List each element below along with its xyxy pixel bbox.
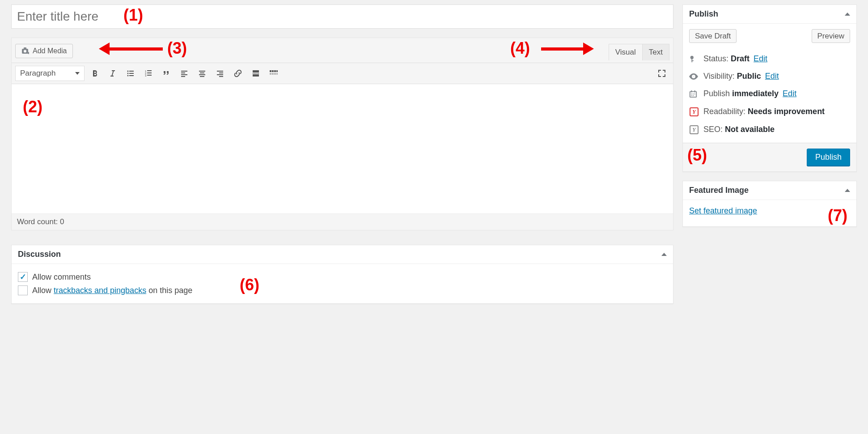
- svg-rect-8: [129, 75, 134, 76]
- trackbacks-link[interactable]: trackbacks and pingbacks: [54, 286, 146, 295]
- svg-point-45: [693, 76, 694, 77]
- allow-trackbacks-label: Allow trackbacks and pingbacks on this p…: [32, 286, 192, 295]
- bullet-list-button[interactable]: [123, 66, 138, 81]
- svg-rect-24: [219, 72, 223, 73]
- svg-rect-49: [691, 94, 692, 94]
- svg-point-5: [127, 73, 129, 74]
- svg-rect-37: [276, 70, 278, 72]
- toolbar-toggle-button[interactable]: [266, 66, 281, 81]
- yoast-seo-icon: Y: [689, 124, 699, 134]
- fullscreen-button[interactable]: [654, 66, 669, 81]
- svg-rect-30: [255, 73, 256, 74]
- svg-rect-52: [691, 95, 692, 96]
- post-title-input[interactable]: [17, 6, 668, 27]
- arrow-4-head: [583, 43, 594, 55]
- svg-rect-53: [693, 95, 694, 96]
- svg-rect-6: [129, 73, 134, 74]
- svg-rect-29: [254, 73, 255, 74]
- svg-rect-39: [272, 73, 274, 75]
- annotation-4: (4): [510, 39, 530, 58]
- align-center-button[interactable]: [195, 66, 210, 81]
- readmore-button[interactable]: [248, 66, 263, 81]
- svg-rect-48: [694, 90, 695, 92]
- seo-row: Y SEO: Not available: [689, 120, 850, 138]
- svg-rect-18: [181, 76, 185, 77]
- allow-trackbacks-checkbox[interactable]: [18, 285, 28, 295]
- svg-rect-12: [147, 72, 152, 73]
- annotation-2: (2): [23, 98, 42, 116]
- preview-button[interactable]: Preview: [812, 29, 850, 43]
- align-right-button[interactable]: [212, 66, 228, 81]
- svg-rect-34: [270, 70, 271, 72]
- bold-button[interactable]: [87, 66, 102, 81]
- svg-rect-50: [693, 94, 694, 94]
- svg-rect-40: [274, 73, 276, 75]
- discussion-heading: Discussion: [18, 250, 61, 259]
- yoast-readability-icon: Y: [689, 106, 699, 116]
- link-button[interactable]: [230, 66, 246, 81]
- svg-rect-19: [199, 71, 205, 72]
- svg-rect-35: [272, 70, 274, 72]
- add-media-button[interactable]: Add Media: [15, 44, 73, 58]
- svg-text:3: 3: [145, 74, 147, 77]
- add-media-label: Add Media: [33, 47, 67, 55]
- svg-rect-28: [253, 73, 254, 74]
- eye-icon: [689, 73, 699, 80]
- svg-rect-4: [129, 71, 134, 72]
- svg-rect-38: [270, 73, 271, 75]
- tab-text[interactable]: Text: [642, 44, 669, 60]
- svg-rect-25: [217, 74, 223, 75]
- svg-rect-44: [691, 60, 694, 61]
- svg-rect-1: [24, 47, 26, 49]
- set-featured-image-link[interactable]: Set featured image: [689, 206, 757, 215]
- featured-image-heading: Featured Image: [689, 186, 749, 195]
- editor-box: Add Media (3) (4) Visual Text Paragraph: [11, 38, 673, 230]
- publish-panel-toggle[interactable]: Publish: [683, 5, 856, 24]
- calendar-icon: [689, 90, 699, 98]
- arrow-3-head: [99, 43, 110, 55]
- svg-rect-32: [258, 73, 259, 74]
- editor-content[interactable]: (2): [12, 84, 673, 214]
- featured-image-panel: Featured Image Set featured image (7): [682, 181, 857, 227]
- discussion-panel-toggle[interactable]: Discussion: [12, 245, 673, 264]
- arrow-3-line: [109, 47, 163, 51]
- publish-panel: Publish Save Draft Preview Status: Draft…: [682, 4, 857, 172]
- svg-rect-16: [181, 72, 185, 73]
- svg-rect-47: [691, 90, 692, 92]
- caret-up-icon: [845, 13, 850, 16]
- svg-point-2: [24, 50, 26, 52]
- svg-rect-36: [274, 70, 276, 72]
- svg-rect-22: [200, 76, 204, 77]
- svg-rect-14: [147, 75, 152, 76]
- schedule-edit-link[interactable]: Edit: [783, 89, 796, 98]
- annotation-5: (5): [687, 146, 707, 165]
- svg-rect-33: [253, 74, 259, 77]
- publish-button[interactable]: Publish: [807, 149, 850, 166]
- svg-rect-17: [181, 74, 187, 75]
- tab-visual[interactable]: Visual: [609, 44, 643, 60]
- svg-rect-21: [199, 74, 205, 75]
- svg-rect-20: [200, 72, 204, 73]
- allow-comments-checkbox[interactable]: [18, 272, 28, 282]
- readability-row: Y Readability: Needs improvement: [689, 102, 850, 120]
- featured-image-toggle[interactable]: Featured Image: [683, 181, 856, 200]
- word-count: Word count: 0: [12, 214, 673, 230]
- visibility-edit-link[interactable]: Edit: [765, 72, 779, 81]
- align-left-button[interactable]: [177, 66, 192, 81]
- camera-icon: [21, 47, 30, 55]
- number-list-button[interactable]: 123: [141, 66, 156, 81]
- svg-rect-31: [257, 73, 258, 74]
- schedule-row: Publish immediately Edit: [689, 85, 850, 102]
- publish-heading: Publish: [689, 9, 718, 19]
- italic-button[interactable]: [105, 66, 120, 81]
- editor-toolbar: Paragraph 123: [12, 63, 673, 84]
- key-icon: [689, 55, 699, 63]
- save-draft-button[interactable]: Save Draft: [689, 29, 737, 43]
- format-dropdown[interactable]: Paragraph: [15, 66, 85, 81]
- post-title-wrap: (1): [11, 4, 673, 29]
- status-edit-link[interactable]: Edit: [754, 54, 767, 63]
- svg-rect-23: [217, 71, 223, 72]
- blockquote-button[interactable]: [159, 66, 174, 81]
- caret-up-icon: [661, 253, 667, 256]
- svg-rect-41: [276, 73, 278, 75]
